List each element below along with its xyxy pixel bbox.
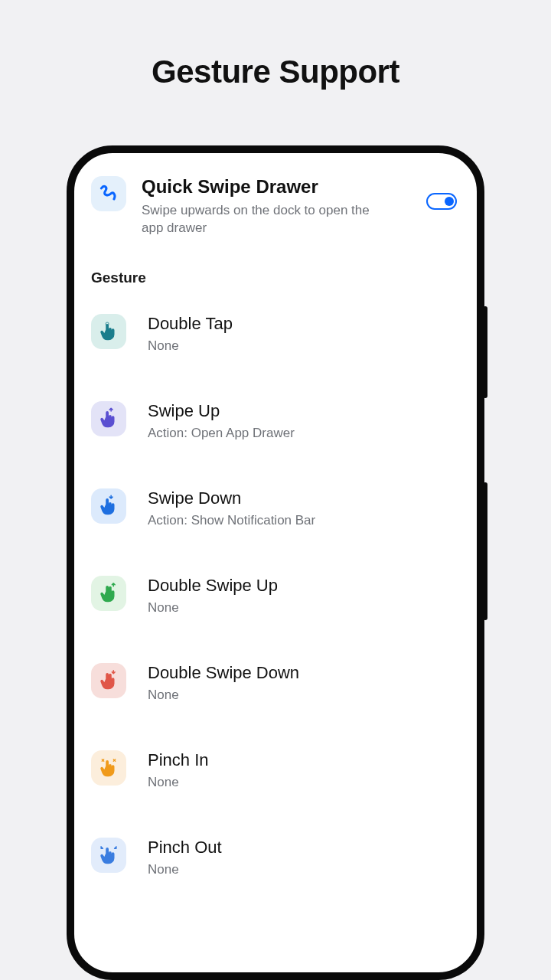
- gesture-row[interactable]: Pinch OutNone: [94, 838, 457, 877]
- gesture-row[interactable]: Double Swipe DownNone: [94, 663, 457, 703]
- quick-swipe-drawer-row[interactable]: Quick Swipe Drawer Swipe upwards on the …: [94, 176, 457, 237]
- gesture-row[interactable]: Swipe UpAction: Open App Drawer: [94, 401, 457, 441]
- two-down-icon: [91, 663, 126, 698]
- gesture-title: Double Swipe Down: [148, 663, 299, 683]
- gesture-title: Swipe Up: [148, 401, 295, 421]
- gesture-title: Double Tap: [148, 314, 233, 334]
- swipe-down-icon: [91, 488, 126, 524]
- pinch-out-icon: [91, 838, 126, 873]
- gesture-list: Double TapNoneSwipe UpAction: Open App D…: [94, 314, 457, 877]
- gesture-subtitle: None: [148, 338, 233, 354]
- gesture-title: Swipe Down: [148, 488, 315, 508]
- gesture-title: Pinch Out: [148, 838, 222, 858]
- svg-rect-2: [109, 674, 112, 681]
- gesture-row[interactable]: Double Swipe UpNone: [94, 576, 457, 616]
- quick-swipe-subtitle: Swipe upwards on the dock to open the ap…: [142, 202, 371, 237]
- gesture-row[interactable]: Double TapNone: [94, 314, 457, 354]
- gesture-title: Pinch In: [148, 750, 209, 770]
- gesture-subtitle: Action: Show Notification Bar: [148, 513, 315, 528]
- gesture-subtitle: None: [148, 862, 222, 877]
- two-up-icon: [91, 576, 126, 611]
- pinch-in-icon: [91, 750, 126, 786]
- phone-mockup: Quick Swipe Drawer Swipe upwards on the …: [67, 145, 484, 980]
- quick-swipe-toggle[interactable]: [426, 193, 457, 210]
- squiggle-icon: [91, 176, 126, 211]
- gesture-row[interactable]: Swipe DownAction: Show Notification Bar: [94, 488, 457, 528]
- swipe-up-icon: [91, 401, 126, 436]
- gesture-subtitle: None: [148, 775, 209, 790]
- page-title: Gesture Support: [0, 54, 551, 90]
- gesture-subtitle: None: [148, 600, 278, 616]
- quick-swipe-title: Quick Swipe Drawer: [142, 176, 411, 198]
- gesture-subtitle: Action: Open App Drawer: [148, 426, 295, 441]
- section-header-gesture: Gesture: [91, 270, 457, 286]
- gesture-row[interactable]: Pinch InNone: [94, 750, 457, 790]
- tap-icon: [91, 314, 126, 349]
- svg-rect-1: [109, 586, 112, 593]
- phone-frame: Quick Swipe Drawer Swipe upwards on the …: [67, 145, 484, 980]
- gesture-subtitle: None: [148, 688, 299, 703]
- gesture-title: Double Swipe Up: [148, 576, 278, 596]
